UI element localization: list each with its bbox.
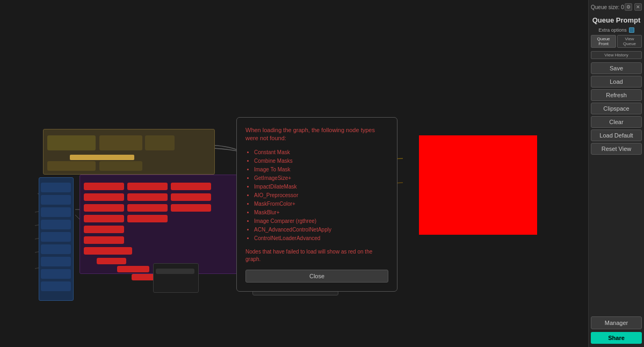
blue-item-1[interactable] bbox=[41, 183, 71, 192]
tab-row: Queue Front View Queue bbox=[591, 35, 642, 48]
red-node-8[interactable] bbox=[127, 204, 168, 212]
error-node-list: Constant MaskCombine MasksImage To MaskG… bbox=[245, 148, 388, 243]
graph-canvas[interactable]: When loading the graph, the following no… bbox=[0, 0, 588, 347]
extra-options: Extra options bbox=[591, 27, 642, 33]
red-node-15[interactable] bbox=[97, 258, 126, 264]
close-icon-btn[interactable]: ✕ bbox=[634, 3, 642, 11]
manager-button[interactable]: Manager bbox=[591, 316, 642, 329]
red-node-14[interactable] bbox=[84, 247, 132, 255]
error-node-item: MaskFromColor+ bbox=[254, 200, 388, 208]
red-node-4[interactable] bbox=[84, 193, 124, 201]
small-node-bar bbox=[156, 269, 194, 274]
node-inner-tan-bar bbox=[70, 155, 134, 160]
red-node-7[interactable] bbox=[84, 204, 124, 212]
error-node-item: GetImageSize+ bbox=[254, 174, 388, 183]
load-default-button[interactable]: Load Default bbox=[591, 129, 642, 141]
red-node-13[interactable] bbox=[84, 236, 124, 244]
error-title: When loading the graph, the following no… bbox=[245, 126, 388, 143]
node-inner-1[interactable] bbox=[47, 135, 96, 150]
refresh-button[interactable]: Refresh bbox=[591, 89, 642, 101]
extra-options-label: Extra options bbox=[598, 27, 627, 33]
blue-item-7[interactable] bbox=[41, 257, 71, 266]
red-node-12[interactable] bbox=[84, 226, 124, 233]
clipspace-button[interactable]: Clipspace bbox=[591, 103, 642, 114]
red-node-16[interactable] bbox=[117, 266, 149, 272]
queue-prompt-title: Queue Prompt bbox=[591, 16, 642, 24]
error-note: Nodes that have failed to load will show… bbox=[245, 248, 388, 263]
settings-icon-btn[interactable]: ⚙ bbox=[625, 3, 632, 11]
node-inner-3[interactable] bbox=[145, 135, 175, 150]
error-node-item: Image Comparer (rgthree) bbox=[254, 217, 388, 226]
blue-item-4[interactable] bbox=[41, 220, 71, 229]
view-queue-tab[interactable]: View Queue bbox=[617, 35, 642, 48]
red-node-3[interactable] bbox=[171, 183, 211, 190]
blue-item-8[interactable] bbox=[41, 269, 71, 279]
blue-item-9[interactable] bbox=[41, 281, 71, 291]
red-node-1[interactable] bbox=[84, 183, 124, 190]
node-inner-2[interactable] bbox=[99, 135, 142, 150]
clear-button[interactable]: Clear bbox=[591, 116, 642, 128]
load-button[interactable]: Load bbox=[591, 76, 642, 88]
error-node-item: ImpactDilateMask bbox=[254, 183, 388, 191]
blue-item-6[interactable] bbox=[41, 244, 71, 254]
save-button[interactable]: Save bbox=[591, 62, 642, 74]
extra-options-checkbox[interactable] bbox=[629, 27, 634, 33]
panel-header: Queue size: 0 ⚙ ✕ bbox=[591, 3, 642, 11]
error-node-item: ACN_AdvancedControlNetApply bbox=[254, 226, 388, 234]
error-node-item: Constant Mask bbox=[254, 148, 388, 157]
blue-item-5[interactable] bbox=[41, 232, 71, 242]
small-node-bottom[interactable] bbox=[153, 263, 199, 293]
error-node-item: Image To Mask bbox=[254, 165, 388, 174]
error-node-item: Combine Masks bbox=[254, 157, 388, 165]
node-inner-4[interactable] bbox=[47, 161, 96, 171]
node-inner-5[interactable] bbox=[99, 161, 142, 171]
queue-size-label: Queue size: 0 bbox=[591, 4, 624, 10]
preview-image-red bbox=[419, 135, 537, 235]
red-node-10[interactable] bbox=[84, 215, 124, 222]
error-node-item: AIO_Preprocessor bbox=[254, 191, 388, 200]
error-node-item: MaskBlur+ bbox=[254, 208, 388, 217]
error-dialog: When loading the graph, the following no… bbox=[236, 117, 397, 292]
close-dialog-button[interactable]: Close bbox=[245, 270, 388, 283]
red-node-11[interactable] bbox=[127, 215, 168, 222]
queue-front-tab[interactable]: Queue Front bbox=[591, 35, 616, 48]
blue-item-2[interactable] bbox=[41, 195, 71, 205]
share-button[interactable]: Share bbox=[591, 332, 642, 344]
red-node-9[interactable] bbox=[171, 204, 211, 212]
red-node-2[interactable] bbox=[127, 183, 168, 190]
reset-view-button[interactable]: Reset View bbox=[591, 143, 642, 155]
view-history-btn[interactable]: View History bbox=[591, 51, 642, 59]
red-node-5[interactable] bbox=[127, 193, 168, 201]
error-node-item: ControlNetLoaderAdvanced bbox=[254, 234, 388, 243]
panel-icons: ⚙ ✕ bbox=[625, 3, 642, 11]
right-panel: Queue size: 0 ⚙ ✕ Queue Prompt Extra opt… bbox=[588, 0, 644, 347]
red-node-6[interactable] bbox=[171, 193, 211, 201]
blue-item-3[interactable] bbox=[41, 207, 71, 217]
